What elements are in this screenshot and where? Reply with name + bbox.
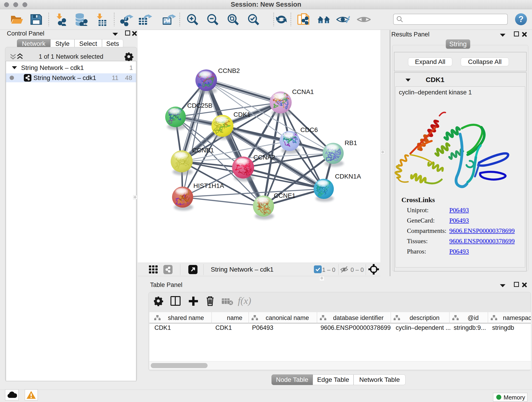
svg-text:CDC25B: CDC25B: [187, 102, 212, 109]
svg-text:CCNB2: CCNB2: [218, 67, 240, 74]
svg-text:CDK1: CDK1: [234, 111, 251, 118]
svg-text:CDKN1A: CDKN1A: [335, 173, 361, 180]
svg-text:CCNE1: CCNE1: [274, 192, 296, 199]
svg-text:RB1: RB1: [345, 139, 357, 147]
svg-text:CCNA2: CCNA2: [253, 154, 275, 161]
svg-text:HIST1H1A: HIST1H1A: [193, 182, 224, 189]
svg-text:CCNA1: CCNA1: [292, 88, 314, 95]
svg-text:CCNB1: CCNB1: [192, 147, 214, 154]
svg-text:CDC6: CDC6: [300, 126, 318, 133]
